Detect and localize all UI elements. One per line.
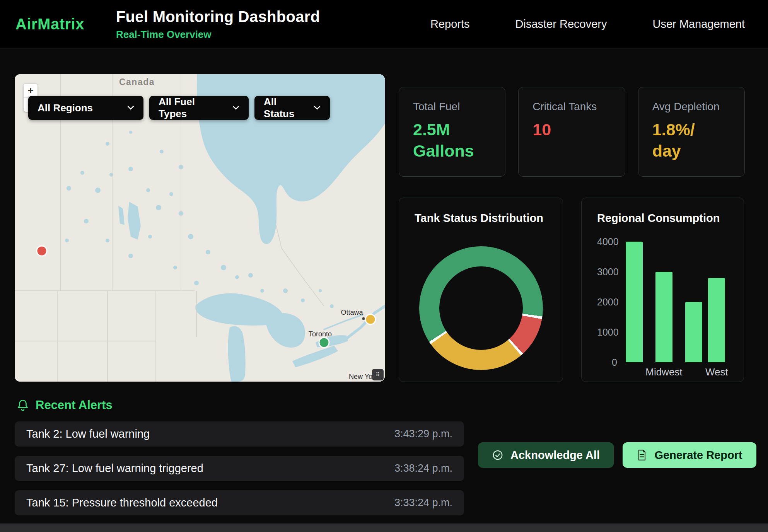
- alert-timestamp: 3:43:29 p.m.: [394, 428, 452, 440]
- consumption-bar: [626, 242, 643, 362]
- top-nav: Reports Disaster Recovery User Managemen…: [430, 18, 745, 31]
- check-circle-icon: [492, 449, 503, 461]
- top-bar: AirMatrix Fuel Monitoring Dashboard Real…: [0, 0, 768, 49]
- warning-tank-marker[interactable]: [365, 314, 375, 324]
- regional-consumption-card: Regional Consumption 40003000200010000 M…: [581, 198, 744, 382]
- alerts-header: Recent Alerts: [16, 398, 768, 412]
- stat-value: 1.8%/ day: [652, 119, 730, 162]
- chart-title: Tank Status Distribution: [415, 212, 547, 225]
- map-canvas[interactable]: Canada Ottawa Toronto New York: [15, 74, 385, 382]
- fuel-type-filter-dropdown[interactable]: All Fuel Types: [149, 96, 249, 120]
- stat-value: 2.5M Gallons: [413, 119, 491, 162]
- chevron-down-icon: [314, 106, 321, 110]
- region-filter-dropdown[interactable]: All Regions: [28, 96, 143, 120]
- bar-column: Midwest: [645, 242, 682, 379]
- fuel-type-filter-label: All Fuel Types: [159, 96, 225, 120]
- title-block: Fuel Monitoring Dashboard Real-Time Over…: [116, 8, 320, 41]
- stat-label: Total Fuel: [413, 101, 491, 113]
- chevron-down-icon: [127, 106, 134, 110]
- stat-card-critical-tanks: Critical Tanks 10: [518, 87, 625, 177]
- dashboard-panels: Total Fuel 2.5M Gallons Critical Tanks 1…: [399, 74, 745, 382]
- acknowledge-all-label: Acknowledge All: [510, 449, 600, 462]
- alert-message: Tank 15: Pressure threshold exceeded: [26, 496, 218, 509]
- map-label-toronto: Toronto: [309, 330, 332, 338]
- chevron-down-icon: [232, 106, 239, 110]
- fuel-map[interactable]: Canada Ottawa Toronto New York + − All R…: [15, 74, 385, 382]
- alert-timestamp: 3:33:24 p.m.: [394, 497, 452, 509]
- map-attribution-grip[interactable]: ⠿: [372, 369, 384, 380]
- region-filter-label: All Regions: [38, 102, 93, 114]
- normal-tank-marker[interactable]: [319, 338, 329, 348]
- map-filters: All Regions All Fuel Types All Status: [28, 96, 330, 120]
- alert-message: Tank 2: Low fuel warning: [26, 428, 150, 440]
- bell-icon: [16, 399, 29, 412]
- status-filter-label: All Status: [264, 96, 307, 120]
- bar-column: [683, 242, 705, 379]
- tank-status-card: Tank Status Distribution: [399, 198, 563, 382]
- generate-report-button[interactable]: Generate Report: [623, 442, 756, 468]
- x-axis-label: West: [705, 366, 728, 379]
- alert-row: Tank 2: Low fuel warning 3:43:29 p.m.: [15, 421, 464, 447]
- alert-row: Tank 27: Low fuel warning triggered 3:38…: [15, 456, 464, 481]
- partial-next-row: [0, 523, 768, 532]
- stat-label: Avg Depletion: [652, 101, 730, 113]
- donut-wrap: [415, 246, 547, 370]
- alert-timestamp: 3:38:24 p.m.: [394, 462, 452, 474]
- page-subtitle: Real-Time Overview: [116, 29, 320, 41]
- stats-row: Total Fuel 2.5M Gallons Critical Tanks 1…: [399, 87, 745, 177]
- stat-value: 10: [532, 119, 611, 140]
- chart-title: Regional Consumption: [597, 212, 728, 225]
- alert-message: Tank 27: Low fuel warning triggered: [26, 462, 203, 475]
- ottawa-city-dot: [362, 317, 365, 320]
- document-icon: [637, 449, 647, 461]
- x-axis-label: Midwest: [645, 366, 682, 379]
- alerts-title: Recent Alerts: [36, 398, 113, 412]
- map-label-ottawa: Ottawa: [341, 309, 363, 316]
- generate-report-label: Generate Report: [654, 449, 742, 462]
- consumption-bar: [685, 302, 702, 362]
- bar-chart-plot: MidwestWest: [623, 242, 728, 379]
- nav-user-management[interactable]: User Management: [652, 18, 745, 31]
- alert-row: Tank 15: Pressure threshold exceeded 3:3…: [15, 490, 464, 515]
- bar-column: West: [705, 242, 728, 379]
- status-filter-dropdown[interactable]: All Status: [254, 96, 330, 120]
- map-label-canada: Canada: [119, 77, 155, 87]
- page-title: Fuel Monitoring Dashboard: [116, 8, 320, 26]
- stat-card-total-fuel: Total Fuel 2.5M Gallons: [399, 87, 505, 177]
- app-logo: AirMatrix: [15, 15, 84, 33]
- stat-card-avg-depletion: Avg Depletion 1.8%/ day: [638, 87, 745, 177]
- main-content: Canada Ottawa Toronto New York + − All R…: [0, 49, 768, 382]
- nav-disaster-recovery[interactable]: Disaster Recovery: [515, 18, 607, 31]
- tank-status-donut-chart: [419, 246, 543, 370]
- consumption-bar: [655, 272, 672, 362]
- alert-list: Tank 2: Low fuel warning 3:43:29 p.m. Ta…: [15, 421, 464, 515]
- bar-chart-y-axis: 40003000200010000: [597, 242, 623, 362]
- bar-column: [623, 242, 645, 379]
- charts-row: Tank Status Distribution Regional Consum…: [399, 198, 745, 382]
- nav-reports[interactable]: Reports: [430, 18, 470, 31]
- consumption-bar: [708, 278, 725, 362]
- alert-actions: Acknowledge All Generate Report: [478, 442, 756, 468]
- critical-tank-marker[interactable]: [37, 246, 47, 256]
- stat-label: Critical Tanks: [532, 101, 611, 113]
- acknowledge-all-button[interactable]: Acknowledge All: [478, 442, 614, 468]
- regional-consumption-bar-chart: 40003000200010000 MidwestWest: [597, 242, 728, 379]
